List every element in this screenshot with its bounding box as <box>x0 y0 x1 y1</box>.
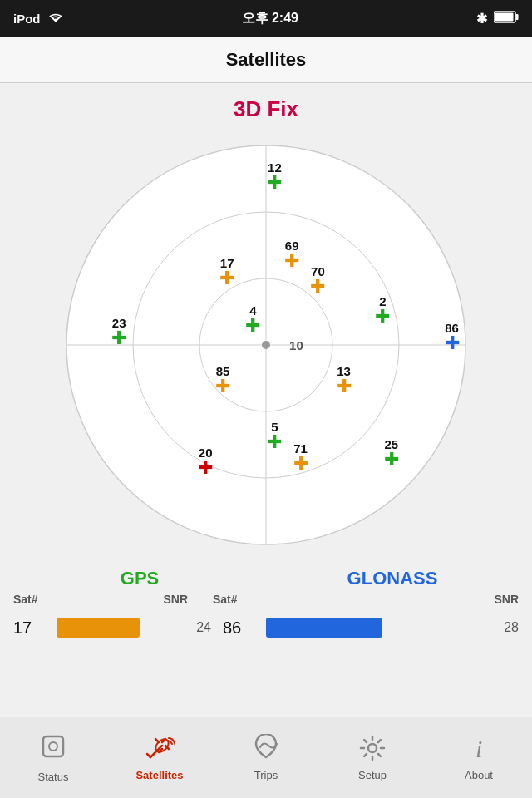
gps-snr-bar-container <box>57 618 181 638</box>
main-content: 3D Fix 12 ✚ 69 ✚ 17 ✚ <box>0 83 532 717</box>
sat-20: 20 ✚ <box>198 446 213 477</box>
fix-status-label: 3D Fix <box>234 96 298 122</box>
tab-trips-label: Trips <box>254 769 278 781</box>
glonass-sat-col-header: Sat# <box>213 593 263 606</box>
svg-text:i: i <box>475 735 482 762</box>
gps-snr-col-header: SNR <box>63 593 188 606</box>
status-time: 오후 2:49 <box>242 10 298 27</box>
satellite-list: GPS GLONASS Sat# SNR Sat# SNR 17 24 86 <box>0 561 532 717</box>
glonass-snr-col-header: SNR <box>263 593 519 606</box>
svg-rect-9 <box>43 736 63 756</box>
glonass-snr-bar-container <box>266 618 489 638</box>
gps-label: GPS <box>13 568 266 589</box>
sat-71: 71 ✚ <box>293 442 308 473</box>
tab-status[interactable]: Status <box>3 721 103 796</box>
setup-tab-icon <box>358 734 387 766</box>
sat-86: 86 ✚ <box>445 321 460 352</box>
svg-line-14 <box>155 739 159 742</box>
sat-85: 85 ✚ <box>215 364 230 395</box>
wifi-icon <box>47 12 64 26</box>
glonass-snr-bar <box>266 618 382 638</box>
sat-23: 23 ✚ <box>111 317 126 347</box>
device-label: iPod <box>13 12 41 26</box>
sat-2: 2 ✚ <box>375 295 390 326</box>
sat-70: 70 ✚ <box>310 265 325 296</box>
trips-tab-icon <box>252 734 280 766</box>
nav-bar: Satellites <box>0 37 532 83</box>
sat-17: 17 ✚ <box>219 256 234 287</box>
tab-satellites-label: Satellites <box>135 769 183 781</box>
status-tab-icon <box>39 732 67 767</box>
tab-about-label: About <box>465 769 493 781</box>
column-headers: Sat# SNR Sat# SNR <box>13 593 519 608</box>
battery-icon <box>494 11 519 26</box>
gps-snr-right-val: 24 <box>188 620 211 635</box>
sat-10: 10 <box>289 339 303 352</box>
svg-point-10 <box>49 742 57 751</box>
sat-4: 4 ✚ <box>245 303 260 334</box>
svg-line-12 <box>147 754 150 757</box>
tab-trips[interactable]: Trips <box>216 721 316 796</box>
svg-rect-2 <box>495 13 514 22</box>
tab-about[interactable]: i About <box>429 721 529 796</box>
tab-status-label: Status <box>38 771 69 783</box>
status-left: iPod <box>13 12 64 26</box>
bluetooth-icon: ✱ <box>476 11 487 27</box>
svg-point-8 <box>262 341 270 349</box>
gps-sat-num: 17 <box>13 618 57 638</box>
tab-setup-label: Setup <box>358 769 387 781</box>
glonass-snr-right-val: 28 <box>495 620 519 635</box>
satellites-tab-icon <box>144 734 175 766</box>
glonass-label: GLONASS <box>266 568 519 589</box>
sat-rows: 17 24 86 28 <box>13 612 519 643</box>
table-row: 17 24 86 28 <box>13 612 519 643</box>
glonass-sat-num: 86 <box>223 618 266 638</box>
status-right: ✱ <box>476 11 519 27</box>
gps-sat-col-header: Sat# <box>13 593 63 606</box>
svg-point-18 <box>368 744 377 752</box>
sat-12: 12 ✚ <box>267 161 282 192</box>
tab-bar: Status Sa <box>0 717 532 798</box>
tab-satellites[interactable]: Satellites <box>110 721 209 796</box>
status-bar: iPod 오후 2:49 ✱ <box>0 0 532 37</box>
tab-setup[interactable]: Setup <box>323 721 422 796</box>
about-tab-icon: i <box>465 734 493 766</box>
sat-25: 25 ✚ <box>384 438 399 469</box>
sat-13: 13 ✚ <box>337 364 352 395</box>
sat-5: 5 ✚ <box>267 421 282 451</box>
section-labels: GPS GLONASS <box>13 568 519 589</box>
gps-snr-bar <box>57 618 140 638</box>
radar-view: 12 ✚ 69 ✚ 17 ✚ 70 ✚ 4 ✚ 2 ✚ 23 <box>50 129 482 561</box>
svg-rect-1 <box>516 14 519 20</box>
page-title: Satellites <box>226 49 307 71</box>
sat-69: 69 ✚ <box>284 239 299 269</box>
